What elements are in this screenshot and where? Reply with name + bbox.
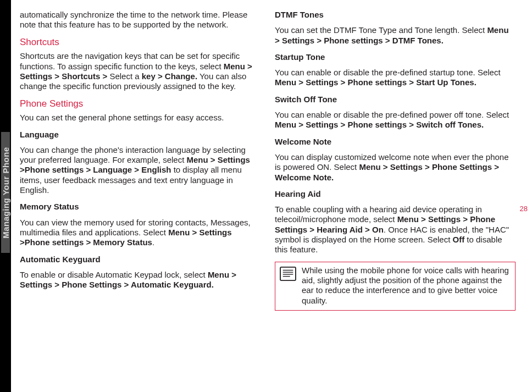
text-bold: Menu > Settings > Phone settings > Switc…: [275, 120, 484, 129]
column-right: DTMF Tones You can set the DTMF Tone Typ…: [275, 10, 516, 381]
heading-startup-tone: Startup Tone: [275, 52, 516, 62]
heading-automatic-keyguard: Automatic Keyguard: [20, 255, 261, 264]
heading-memory-status: Memory Status: [20, 202, 261, 212]
paragraph: To enable or disable Automatic Keypad lo…: [20, 270, 261, 290]
section-tab: Managing Your Phone: [1, 132, 10, 253]
text-bold: Menu > Settings > Phone settings > Start…: [275, 78, 476, 87]
section-tab-label: Managing Your Phone: [1, 147, 10, 238]
svg-rect-0: [280, 267, 296, 280]
text-bold: Off: [453, 235, 465, 244]
text: .: [152, 238, 154, 247]
text: Shortcuts are the navigation keys that c…: [20, 51, 240, 70]
heading-phone-settings: Phone Settings: [20, 98, 261, 110]
text: You can enable or disable the pre-define…: [275, 68, 501, 77]
paragraph: You can set the general phone settings f…: [20, 113, 261, 123]
page-number: 28: [520, 205, 528, 213]
text-bold: key > Change.: [142, 71, 197, 81]
paragraph: Shortcuts are the navigation keys that c…: [20, 51, 261, 91]
column-left: automatically synchronize the time to th…: [20, 10, 261, 381]
text: To enable or disable Automatic Keypad lo…: [20, 270, 208, 279]
text: You can set the DTMF Tone Type and Tone …: [275, 25, 487, 35]
paragraph: You can display customized welcome note …: [275, 152, 516, 183]
paragraph: You can set the DTMF Tone Type and Tone …: [275, 25, 516, 46]
heading-welcome-note: Welcome Note: [275, 137, 516, 147]
paragraph: automatically synchronize the time to th…: [20, 10, 261, 30]
note-text: While using the mobile phone for voice c…: [302, 266, 511, 306]
text: You can enable or disable the pre-define…: [275, 110, 509, 119]
heading-hearing-aid: Hearing Aid: [275, 189, 516, 199]
heading-shortcuts: Shortcuts: [20, 37, 261, 48]
text: Select a: [109, 71, 141, 81]
heading-dtmf-tones: DTMF Tones: [275, 10, 516, 20]
paragraph: To enable coupling with a hearing aid de…: [275, 205, 516, 255]
heading-language: Language: [20, 130, 261, 140]
paragraph: You can enable or disable the pre-define…: [275, 110, 516, 130]
note-icon: [280, 267, 296, 281]
heading-switch-off-tone: Switch Off Tone: [275, 95, 516, 104]
note-box: While using the mobile phone for voice c…: [275, 262, 516, 311]
paragraph: You can view the memory used for storing…: [20, 218, 261, 248]
paragraph: You can enable or disable the pre-define…: [275, 68, 516, 88]
paragraph: You can change the phone's interaction l…: [20, 145, 261, 195]
page-content: automatically synchronize the time to th…: [20, 10, 516, 381]
